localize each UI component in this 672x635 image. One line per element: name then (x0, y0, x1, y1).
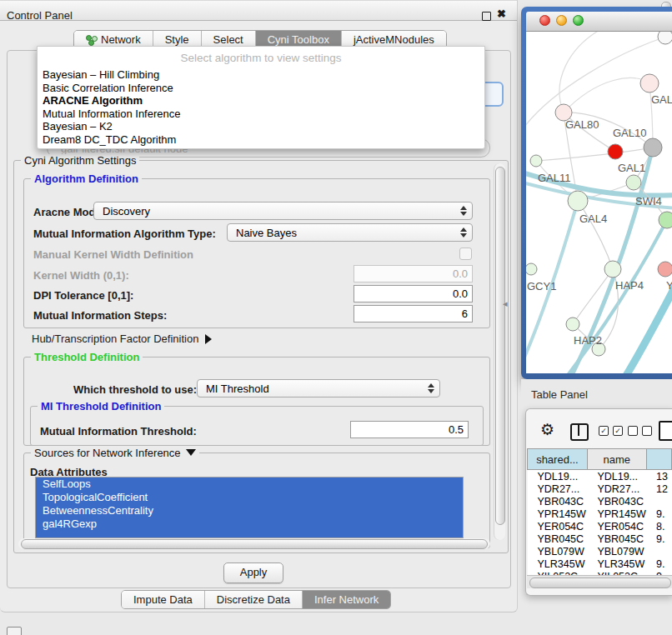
minimized-panel-icon[interactable] (7, 627, 22, 635)
network-node[interactable] (608, 144, 623, 159)
table-row[interactable]: YPR145WYPR145W9. (528, 508, 672, 520)
table-row[interactable]: YDR27...YDR27...12 (528, 482, 672, 495)
apply-button[interactable]: Apply (223, 562, 283, 583)
collapsed-arrow-icon (205, 334, 212, 344)
dpi-tolerance-field[interactable]: 0.0 (354, 285, 473, 302)
table-row[interactable]: YDL19...YDL19...13 (528, 470, 672, 483)
attribute-item[interactable]: TopologicalCoefficient (36, 491, 463, 504)
table-cell: 9. (646, 558, 671, 570)
attribute-item[interactable] (36, 531, 463, 538)
network-node[interactable] (604, 261, 621, 278)
table-column-header[interactable]: name (587, 449, 646, 470)
mi-type-combo[interactable]: Naive Bayes (227, 223, 473, 242)
table-cell: YBR045C (528, 532, 588, 545)
tab-label: Impute Data (133, 593, 193, 606)
network-node[interactable] (640, 74, 659, 92)
unchecked-pair-icon[interactable] (628, 426, 652, 436)
table-cell: YBR045C (587, 532, 646, 545)
network-node[interactable] (658, 32, 672, 44)
network-node[interactable] (626, 175, 641, 190)
tab-infer-network[interactable]: Infer Network (303, 591, 390, 608)
network-node[interactable] (658, 262, 672, 277)
table-cell: YPR145W (587, 508, 646, 520)
table-cell: 13 (646, 470, 671, 483)
network-node[interactable] (530, 155, 542, 167)
attribute-item[interactable]: SelfLoops (36, 478, 463, 491)
tab-label: Infer Network (314, 593, 379, 606)
network-node[interactable] (566, 318, 579, 331)
which-threshold-combo[interactable]: MI Threshold (197, 379, 440, 398)
algorithm-dropdown-popup: Select algorithm to view settings Bayesi… (37, 46, 485, 149)
mi-threshold-field[interactable]: 0.5 (350, 421, 469, 438)
table-row[interactable]: YLR345WYLR345W9. (528, 558, 672, 570)
table-cell: 9. (646, 532, 671, 545)
float-icon[interactable] (482, 12, 491, 21)
combo-arrows-icon (460, 227, 467, 238)
table-row[interactable]: YBR045CYBR045C9. (528, 532, 672, 545)
settings-horizontal-scrollbar[interactable] (18, 538, 490, 549)
control-panel-title: Control Panel (7, 9, 73, 22)
table-horizontal-scrollbar[interactable] (527, 575, 672, 588)
table-body: YDL19...YDL19...13YDR27...YDR27...12YBR0… (528, 470, 672, 583)
network-node[interactable] (644, 138, 662, 157)
tab-label: Network (101, 33, 141, 46)
minimize-yellow-icon[interactable] (556, 15, 567, 26)
node-label: Y (666, 279, 672, 292)
settings-vertical-scrollbar[interactable] (494, 163, 505, 540)
columns-icon[interactable] (570, 423, 589, 441)
table-cell: YDL19... (528, 470, 588, 483)
table-row[interactable]: YBR043CYBR043C (528, 495, 672, 508)
tab-impute-data[interactable]: Impute Data (122, 591, 205, 608)
table-cell: YER054C (528, 520, 588, 532)
attribute-item[interactable]: gal4RGexp (36, 518, 463, 531)
algorithm-option[interactable]: Dream8 DC_TDC Algorithm (38, 133, 484, 147)
network-canvas[interactable]: GALGAL80GAL10GAL11GAL1SWI4GAL4GCY1HAP4YH… (526, 32, 672, 373)
zoom-green-icon[interactable] (573, 15, 584, 26)
manual-kernel-checkbox[interactable] (459, 248, 472, 260)
table-row[interactable]: YER054CYER054C8. (528, 520, 672, 532)
table-cell: 8. (646, 520, 671, 532)
close-icon[interactable]: ✖ (497, 8, 506, 20)
mi-steps-label: Mutual Information Steps: (33, 309, 167, 322)
hub-definition-toggle[interactable]: Hub/Transcription Factor Definition (32, 332, 212, 345)
page-icon[interactable] (659, 421, 672, 441)
dpi-tolerance-label: DPI Tolerance [0,1]: (33, 289, 133, 302)
gear-icon[interactable]: ⚙ (540, 420, 554, 439)
close-red-icon[interactable] (539, 15, 550, 26)
algorithm-option[interactable]: Mutual Information Inference (38, 108, 484, 121)
attribute-item[interactable]: BetweennessCentrality (36, 504, 463, 518)
network-node[interactable] (659, 212, 672, 228)
mi-type-label: Mutual Information Algorithm Type: (33, 228, 216, 240)
node-label: GAL11 (538, 172, 571, 184)
table-cell: 12 (646, 482, 671, 495)
table-cell: YBL079W (528, 545, 588, 558)
splitter-handle[interactable]: ◂ (503, 298, 508, 309)
algorithm-option[interactable]: Bayesian – Hill Climbing (38, 68, 484, 82)
kernel-width-field[interactable]: 0.0 (354, 265, 473, 282)
algorithm-option[interactable]: ARACNE Algorithm (38, 94, 484, 108)
table-row[interactable]: YBL079WYBL079W (528, 545, 672, 558)
network-window-titlebar[interactable] (526, 12, 672, 32)
kernel-width-label: Kernel Width (0,1): (33, 269, 129, 282)
table-column-header[interactable] (646, 449, 671, 470)
aracne-mode-combo[interactable]: Discovery (93, 202, 473, 220)
table-column-header[interactable]: shared... (528, 449, 588, 470)
table-cell: YPR145W (528, 508, 588, 520)
network-node[interactable] (568, 191, 588, 211)
table-cell (646, 545, 671, 558)
data-attributes-list: SelfLoopsTopologicalCoefficientBetweenne… (35, 477, 464, 538)
table-cell: YBR043C (528, 495, 588, 508)
node-label: GAL10 (613, 127, 646, 139)
node-attribute-table: shared...name YDL19...YDL19...13YDR27...… (527, 448, 672, 582)
expanded-arrow-icon (186, 449, 196, 456)
algorithm-option[interactable]: Basic Correlation Inference (38, 82, 484, 95)
table-cell: YLR345W (528, 558, 588, 570)
table-cell: YLR345W (587, 558, 646, 570)
algorithm-option[interactable]: Bayesian – K2 (38, 120, 484, 133)
mi-steps-field[interactable]: 6 (354, 305, 473, 322)
checked-pair-icon[interactable]: ✓✓ (599, 426, 623, 436)
tab-discretize-data[interactable]: Discretize Data (205, 591, 303, 608)
table-cell: YDR27... (587, 482, 646, 495)
network-node[interactable] (526, 263, 537, 275)
sources-title[interactable]: Sources for Network Inference (31, 447, 199, 459)
